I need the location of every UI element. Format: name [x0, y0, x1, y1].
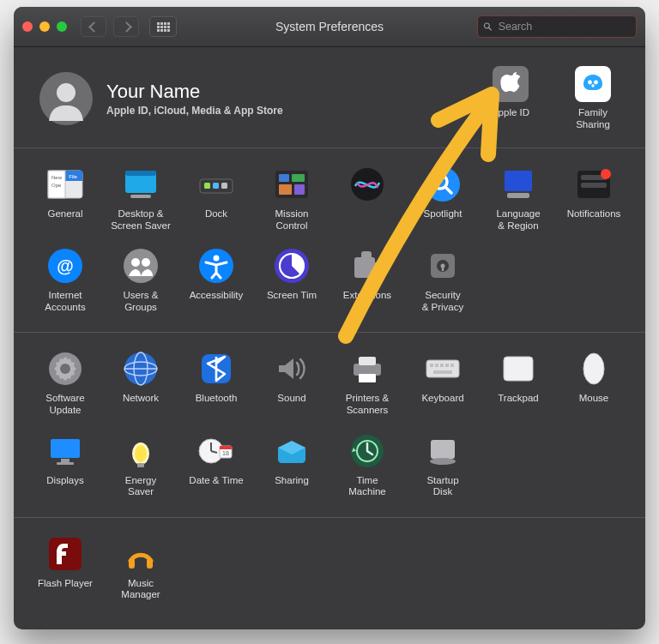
svg-rect-65	[445, 364, 449, 367]
svg-rect-88	[147, 558, 153, 569]
pref-section: FileNewOpeGeneralDesktop & Screen SaverD…	[14, 147, 645, 332]
pref-datetime[interactable]: 18Date & Time	[178, 430, 254, 503]
pref-timemachine[interactable]: Time Machine	[330, 430, 405, 503]
svg-rect-61	[426, 360, 459, 377]
pref-bluetooth[interactable]: Bluetooth	[178, 348, 254, 421]
apple-id-item[interactable]: Apple ID	[481, 66, 541, 119]
svg-point-85	[430, 458, 456, 465]
svg-rect-15	[130, 195, 151, 198]
back-button[interactable]	[81, 16, 106, 37]
pref-general[interactable]: FileNewOpeGeneral	[27, 164, 103, 237]
svg-point-41	[214, 256, 220, 262]
pref-label: Music Manager	[121, 578, 160, 601]
pref-screentime[interactable]: Screen Tim	[254, 245, 330, 318]
pref-label: Sharing	[275, 475, 309, 497]
startup-disk-icon	[424, 432, 462, 470]
pref-notifications[interactable]: Notifications	[556, 164, 632, 237]
pref-security[interactable]: Security & Privacy	[405, 245, 481, 318]
pref-label: Desktop & Screen Saver	[111, 208, 171, 232]
pref-label: Mission Control	[275, 208, 309, 232]
printers-scanners-icon	[348, 350, 386, 388]
pref-accessibility[interactable]: Accessibility	[178, 245, 254, 318]
pref-keyboard[interactable]: Keyboard	[405, 348, 481, 421]
apple-id-label: Apple ID	[481, 107, 541, 119]
pref-displays[interactable]: Displays	[27, 430, 103, 503]
svg-rect-67	[433, 370, 452, 374]
pref-sound[interactable]: Sound	[254, 348, 330, 421]
svg-point-39	[142, 258, 150, 267]
pref-label: Startup Disk	[426, 475, 458, 498]
pref-label: Mouse	[579, 393, 609, 415]
pref-network[interactable]: Network	[103, 348, 178, 421]
zoom-button[interactable]	[57, 21, 67, 32]
pref-label: Printers & Scanners	[346, 393, 390, 416]
svg-rect-29	[505, 171, 532, 191]
svg-rect-58	[354, 364, 381, 376]
pref-software[interactable]: Software Update	[27, 348, 103, 421]
svg-text:Ope: Ope	[51, 183, 62, 188]
pref-language[interactable]: Language & Region	[481, 164, 556, 237]
svg-text:18: 18	[222, 450, 229, 456]
internet-accounts-icon: @	[46, 247, 84, 285]
pref-label: Bluetooth	[196, 393, 238, 415]
pref-pane-grid: FileNewOpeGeneralDesktop & Screen SaverD…	[14, 147, 645, 620]
svg-rect-68	[504, 357, 533, 381]
pref-siri[interactable]	[330, 164, 405, 237]
family-sharing-icon	[575, 66, 611, 102]
avatar[interactable]	[39, 72, 93, 125]
svg-rect-84	[431, 440, 455, 459]
pref-sharing[interactable]: Sharing	[254, 430, 330, 503]
svg-point-4	[588, 81, 592, 85]
pref-label: General	[48, 208, 83, 231]
pref-users[interactable]: Users & Groups	[103, 245, 178, 318]
svg-rect-72	[57, 462, 74, 465]
sound-icon	[273, 350, 311, 388]
pref-label: Time Machine	[348, 475, 385, 498]
family-sharing-item[interactable]: Family Sharing	[563, 66, 623, 130]
pref-label: Software Update	[45, 393, 84, 416]
pref-dock[interactable]: Dock	[178, 164, 254, 237]
pref-internet[interactable]: @Internet Accounts	[27, 245, 103, 318]
pref-label: Sound	[277, 393, 305, 415]
svg-rect-23	[279, 184, 292, 195]
show-all-button[interactable]	[149, 16, 177, 37]
svg-rect-18	[213, 183, 219, 189]
pref-trackpad[interactable]: Trackpad	[481, 348, 556, 421]
pref-startup[interactable]: Startup Disk	[405, 430, 481, 503]
svg-rect-46	[361, 251, 372, 260]
pref-label: Keyboard	[421, 393, 463, 415]
svg-text:File: File	[69, 174, 77, 179]
close-button[interactable]	[22, 21, 33, 32]
pref-extensions[interactable]: Extensions	[330, 245, 405, 318]
person-icon	[40, 73, 92, 124]
svg-point-3	[57, 83, 76, 102]
account-header: Your Name Apple ID, iCloud, Media & App …	[14, 47, 645, 147]
pref-spotlight[interactable]: Spotlight	[405, 164, 481, 237]
pref-label: Language & Region	[496, 208, 540, 232]
pref-printers[interactable]: Printers & Scanners	[330, 348, 405, 421]
pref-music[interactable]: Music Manager	[103, 533, 178, 606]
svg-point-52	[60, 364, 70, 374]
dock-icon	[197, 166, 235, 203]
svg-rect-50	[442, 266, 444, 271]
svg-rect-62	[430, 364, 433, 367]
svg-rect-59	[359, 357, 376, 365]
search-input[interactable]	[497, 20, 631, 33]
forward-button[interactable]	[113, 16, 139, 37]
svg-point-37	[124, 249, 158, 283]
minimize-button[interactable]	[39, 21, 50, 32]
svg-rect-19	[221, 183, 227, 189]
svg-text:@: @	[57, 256, 74, 275]
pref-flash[interactable]: Flash Player	[27, 533, 103, 606]
svg-point-34	[601, 169, 611, 179]
svg-line-1	[489, 27, 492, 30]
pref-mouse[interactable]: Mouse	[556, 348, 632, 421]
svg-rect-21	[279, 174, 289, 182]
pref-label: Displays	[46, 475, 83, 497]
pref-mission[interactable]: Mission Control	[254, 164, 330, 237]
desktop-screensaver-icon	[122, 166, 160, 203]
pref-label: Flash Player	[38, 578, 93, 600]
pref-energy[interactable]: Energy Saver	[103, 430, 178, 503]
pref-desktop[interactable]: Desktop & Screen Saver	[103, 164, 178, 237]
search-field[interactable]	[477, 15, 637, 38]
